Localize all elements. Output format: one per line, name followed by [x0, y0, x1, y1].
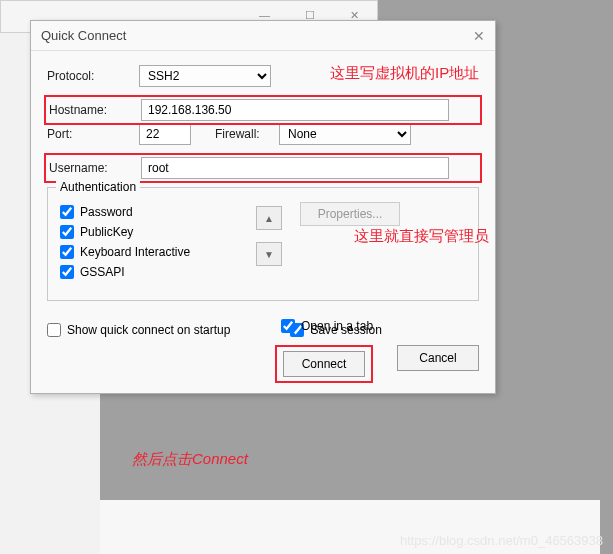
watermark: https://blog.csdn.net/m0_46563938 [400, 533, 603, 548]
authentication-legend: Authentication [56, 180, 140, 194]
auth-label-gssapi: GSSAPI [80, 265, 125, 279]
authentication-group: Authentication Password PublicKey Keyboa… [47, 187, 479, 301]
open-tab-checkbox[interactable] [281, 319, 295, 333]
username-label: Username: [49, 161, 141, 175]
auth-label-password: Password [80, 205, 133, 219]
protocol-select[interactable]: SSH2 [139, 65, 271, 87]
auth-item-publickey: PublicKey [58, 222, 238, 242]
auth-label-publickey: PublicKey [80, 225, 133, 239]
move-up-button[interactable]: ▲ [256, 206, 282, 230]
startup-checkbox-wrap[interactable]: Show quick connect on startup [47, 323, 230, 337]
connect-highlight: Connect [275, 345, 373, 383]
open-tab-label: Open in a tab [301, 319, 373, 333]
connect-button[interactable]: Connect [283, 351, 365, 377]
startup-label: Show quick connect on startup [67, 323, 230, 337]
protocol-label: Protocol: [47, 69, 139, 83]
properties-button: Properties... [300, 202, 400, 226]
hostname-label: Hostname: [49, 103, 141, 117]
auth-item-keyboard: Keyboard Interactive [58, 242, 238, 262]
auth-item-password: Password [58, 202, 238, 222]
auth-checkbox-keyboard[interactable] [60, 245, 74, 259]
auth-checkbox-password[interactable] [60, 205, 74, 219]
auth-checkbox-gssapi[interactable] [60, 265, 74, 279]
startup-checkbox[interactable] [47, 323, 61, 337]
titlebar: Quick Connect ✕ [31, 21, 495, 51]
port-input[interactable] [139, 123, 191, 145]
hostname-input[interactable] [141, 99, 449, 121]
auth-label-keyboard: Keyboard Interactive [80, 245, 190, 259]
close-icon[interactable]: ✕ [473, 28, 485, 44]
username-input[interactable] [141, 157, 449, 179]
firewall-select[interactable]: None [279, 123, 411, 145]
dialog-title: Quick Connect [41, 28, 473, 43]
annotation-connect: 然后点击Connect [132, 450, 248, 469]
open-tab-wrap[interactable]: Open in a tab [281, 319, 479, 333]
firewall-label: Firewall: [215, 127, 279, 141]
auth-checkbox-publickey[interactable] [60, 225, 74, 239]
quick-connect-dialog: Quick Connect ✕ Protocol: SSH2 Hostname:… [30, 20, 496, 394]
cancel-button[interactable]: Cancel [397, 345, 479, 371]
authentication-list[interactable]: Password PublicKey Keyboard Interactive … [58, 202, 238, 282]
move-down-button[interactable]: ▼ [256, 242, 282, 266]
auth-item-gssapi: GSSAPI [58, 262, 238, 282]
port-label: Port: [47, 127, 139, 141]
